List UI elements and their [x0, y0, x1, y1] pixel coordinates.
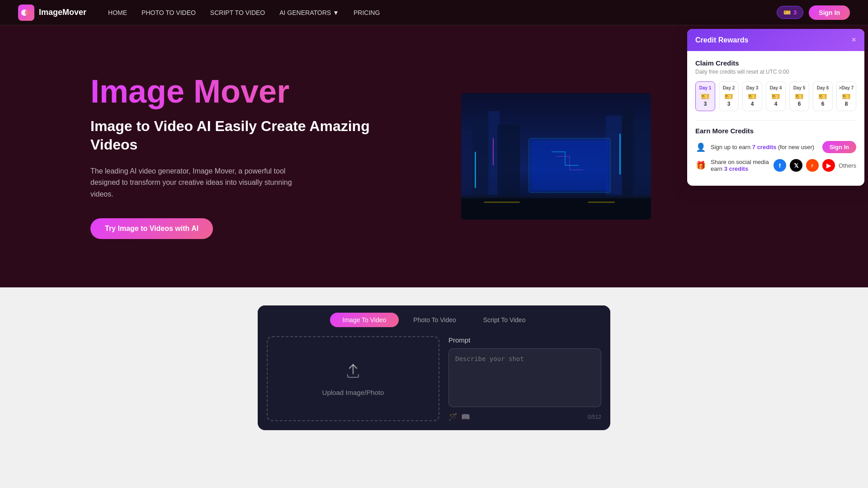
- claim-title: Claim Credits: [695, 59, 856, 67]
- popup-header: Credit Rewards ×: [687, 29, 864, 51]
- nav-pricing[interactable]: PRICING: [354, 9, 380, 16]
- earn-share-row: 🎁 Share on social media earn 3 credits f…: [695, 159, 856, 172]
- svg-rect-15: [461, 197, 651, 220]
- earn-share-text: Share on social media earn 3 credits: [711, 159, 769, 172]
- earn-signup-row: 👤 Sign up to earn 7 credits (for new use…: [695, 141, 856, 153]
- credits-count: 3: [793, 9, 797, 16]
- credit-icon: 🎫: [783, 9, 791, 16]
- day-box-5[interactable]: Day 5 🎫 6: [789, 81, 809, 111]
- hero-image-area: [443, 93, 669, 220]
- nav-home[interactable]: HOME: [108, 9, 127, 16]
- credit-popup: Credit Rewards × Claim Credits Daily fre…: [687, 29, 864, 186]
- upload-area[interactable]: Upload Image/Photo: [267, 336, 439, 421]
- tab-content: Upload Image/Photo Prompt 🪄 📖 0/512: [258, 327, 610, 430]
- hero-cta-button[interactable]: Try Image to Videos with AI: [90, 218, 213, 239]
- youtube-share-button[interactable]: ▶: [822, 159, 835, 172]
- day-box-7[interactable]: >Day 7 🎫 8: [836, 81, 856, 111]
- svg-point-1: [25, 9, 31, 16]
- days-row: Day 1 🎫 3 Day 2 🎫 3 Day 3 🎫 4 Day 4 🎫: [695, 81, 856, 111]
- nav-photo-to-video[interactable]: PHOTO TO VIDEO: [142, 9, 196, 16]
- prompt-area: Prompt 🪄 📖 0/512: [448, 336, 601, 421]
- tab-container: Image To Video Photo To Video Script To …: [258, 305, 610, 430]
- twitter-share-button[interactable]: 𝕏: [790, 159, 802, 172]
- credit-popup-overlay: Credit Rewards × Claim Credits Daily fre…: [687, 25, 868, 186]
- hero-subtitle: Image to Video AI Easily Create Amazing …: [90, 117, 416, 155]
- popup-title: Credit Rewards: [695, 36, 748, 44]
- prompt-label: Prompt: [448, 336, 601, 344]
- nav-script-to-video[interactable]: SCRIPT TO VIDEO: [210, 9, 265, 16]
- svg-rect-18: [588, 202, 615, 203]
- hero-description: The leading AI video generator, Image Mo…: [90, 165, 316, 200]
- day-box-3[interactable]: Day 3 🎫 4: [742, 81, 762, 111]
- earn-title: Earn More Credits: [695, 127, 856, 135]
- tab-script-to-video[interactable]: Script To Video: [471, 313, 538, 327]
- popup-body: Claim Credits Daily free credits will re…: [687, 51, 864, 186]
- earn-signup-text: Sign up to earn 7 credits (for new user): [711, 144, 818, 150]
- hero-content: Image Mover Image to Video AI Easily Cre…: [90, 74, 416, 239]
- earn-signin-button[interactable]: Sign In: [822, 141, 856, 153]
- gift-icon: 🎁: [695, 160, 706, 170]
- day-box-4[interactable]: Day 4 🎫 4: [766, 81, 786, 111]
- prompt-footer: 🪄 📖 0/512: [448, 413, 601, 421]
- hero-title: Image Mover: [90, 74, 416, 109]
- magic-icon[interactable]: 🪄: [448, 413, 458, 421]
- svg-rect-12: [619, 134, 621, 174]
- bottom-section: Image To Video Photo To Video Script To …: [0, 287, 868, 488]
- hero-video-preview: [461, 93, 651, 220]
- svg-rect-17: [484, 202, 520, 203]
- day-box-6[interactable]: Day 6 🎫 6: [813, 81, 833, 111]
- credits-badge[interactable]: 🎫 3: [777, 6, 803, 19]
- prompt-textarea[interactable]: [448, 348, 601, 407]
- nav-signin-button[interactable]: Sign In: [809, 5, 850, 20]
- day-box-1[interactable]: Day 1 🎫 3: [695, 81, 715, 111]
- nav-ai-generators[interactable]: AI GENERATORS ▼: [279, 9, 339, 16]
- reddit-share-button[interactable]: r: [806, 159, 819, 172]
- tabs-bar: Image To Video Photo To Video Script To …: [258, 305, 610, 327]
- prompt-count: 0/512: [588, 414, 601, 420]
- prompt-icons: 🪄 📖: [448, 413, 470, 421]
- tab-image-to-video[interactable]: Image To Video: [330, 313, 399, 327]
- upload-label: Upload Image/Photo: [322, 389, 384, 396]
- nav-links: HOME PHOTO TO VIDEO SCRIPT TO VIDEO AI G…: [108, 9, 777, 16]
- others-link[interactable]: Others: [839, 162, 856, 169]
- logo-text: ImageMover: [39, 8, 86, 17]
- nav-logo[interactable]: ImageMover: [18, 5, 86, 21]
- svg-rect-10: [475, 152, 476, 188]
- upload-icon: [344, 361, 362, 383]
- popup-close-button[interactable]: ×: [851, 35, 856, 45]
- user-icon: 👤: [695, 142, 706, 152]
- svg-rect-11: [493, 138, 494, 165]
- social-icons-row: f 𝕏 r ▶ Others: [774, 159, 856, 172]
- day-box-2[interactable]: Day 2 🎫 3: [719, 81, 739, 111]
- navbar: ImageMover HOME PHOTO TO VIDEO SCRIPT TO…: [0, 0, 868, 25]
- facebook-share-button[interactable]: f: [774, 159, 786, 172]
- chevron-down-icon: ▼: [333, 9, 339, 16]
- nav-right: 🎫 3 Sign In: [777, 5, 850, 20]
- claim-subtitle: Daily free credits will reset at UTC 0:0…: [695, 69, 856, 75]
- svg-rect-16: [461, 195, 651, 198]
- tab-photo-to-video[interactable]: Photo To Video: [401, 313, 468, 327]
- logo-icon: [18, 5, 34, 21]
- book-icon[interactable]: 📖: [461, 413, 470, 421]
